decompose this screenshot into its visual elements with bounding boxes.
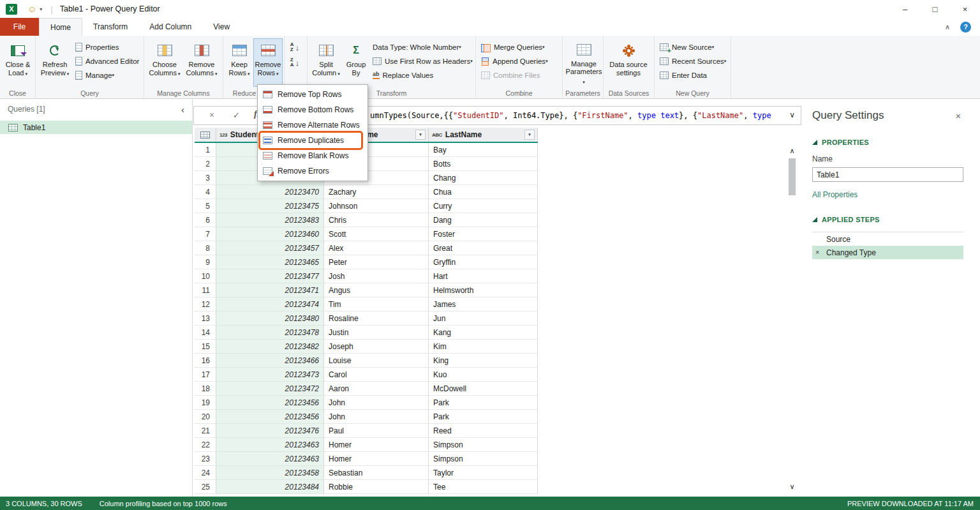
row-number[interactable]: 21 bbox=[195, 424, 216, 438]
help-button[interactable]: ? bbox=[960, 22, 971, 33]
row-number[interactable]: 13 bbox=[195, 311, 216, 326]
cell-lastname[interactable]: King bbox=[429, 354, 538, 368]
manage-parameters-button[interactable]: Manage Parameters bbox=[565, 38, 603, 87]
grid-corner-button[interactable] bbox=[195, 128, 216, 142]
column-profiling-status[interactable]: Column profiling based on top 1000 rows bbox=[100, 500, 227, 507]
cell-lastname[interactable]: Taylor bbox=[429, 466, 538, 480]
cell-studentid[interactable]: 20123482 bbox=[216, 340, 324, 354]
cancel-icon[interactable]: × bbox=[209, 110, 214, 119]
cell-studentid[interactable]: 20123457 bbox=[216, 241, 324, 255]
applied-step-changed-type[interactable]: Changed Type bbox=[812, 246, 963, 259]
cell-studentid[interactable]: 20123477 bbox=[216, 269, 324, 283]
cell-studentid[interactable]: 20123473 bbox=[216, 368, 324, 382]
tab-transform[interactable]: Transform bbox=[82, 18, 138, 36]
row-number[interactable]: 20 bbox=[195, 410, 216, 424]
split-column-button[interactable]: Split Column bbox=[309, 38, 343, 87]
filter-icon[interactable] bbox=[415, 130, 426, 140]
cell-studentid[interactable]: 20123463 bbox=[216, 452, 324, 466]
cell-studentid[interactable]: 20123470 bbox=[216, 185, 324, 199]
remove-rows-button[interactable]: Remove Rows bbox=[253, 38, 283, 87]
menu-item-remove-duplicates[interactable]: Remove Duplicates bbox=[258, 133, 368, 148]
cell-lastname[interactable]: Botts bbox=[429, 157, 538, 171]
group-by-button[interactable]: Group By bbox=[343, 38, 369, 87]
cell-firstname[interactable]: Homer bbox=[324, 452, 429, 466]
row-number[interactable]: 10 bbox=[195, 269, 216, 283]
append-queries-button[interactable]: Append Queries bbox=[478, 54, 551, 68]
row-number[interactable]: 7 bbox=[195, 227, 216, 241]
query-name-input[interactable] bbox=[812, 167, 963, 182]
cell-firstname[interactable]: Peter bbox=[324, 255, 429, 269]
row-number[interactable]: 23 bbox=[195, 452, 216, 466]
cell-lastname[interactable]: Curry bbox=[429, 199, 538, 213]
row-number[interactable]: 2 bbox=[195, 157, 216, 171]
manage-button[interactable]: Manage bbox=[72, 68, 142, 82]
cell-firstname[interactable]: Alex bbox=[324, 241, 429, 255]
cell-firstname[interactable]: Aaron bbox=[324, 382, 429, 396]
cell-firstname[interactable]: Homer bbox=[324, 438, 429, 452]
cell-studentid[interactable]: 20123474 bbox=[216, 297, 324, 311]
cell-studentid[interactable]: 20123480 bbox=[216, 311, 324, 326]
cell-lastname[interactable]: Simpson bbox=[429, 452, 538, 466]
cell-studentid[interactable]: 20123458 bbox=[216, 466, 324, 480]
confirm-icon[interactable]: ✓ bbox=[233, 111, 240, 119]
menu-item-remove-bottom-rows[interactable]: Remove Bottom Rows bbox=[258, 102, 368, 117]
cell-studentid[interactable]: 20123476 bbox=[216, 424, 324, 438]
cell-lastname[interactable]: Great bbox=[429, 241, 538, 255]
row-number[interactable]: 17 bbox=[195, 368, 216, 382]
cell-studentid[interactable]: 20123484 bbox=[216, 480, 324, 494]
cell-lastname[interactable]: Hart bbox=[429, 269, 538, 283]
row-number[interactable]: 25 bbox=[195, 480, 216, 494]
sort-ascending-button[interactable]: AZ bbox=[286, 40, 303, 54]
cell-firstname[interactable]: Justin bbox=[324, 326, 429, 340]
delete-step-icon[interactable] bbox=[815, 249, 826, 256]
new-source-button[interactable]: New Source bbox=[657, 40, 729, 54]
cell-lastname[interactable]: Kang bbox=[429, 326, 538, 340]
menu-item-remove-blank-rows[interactable]: Remove Blank Rows bbox=[258, 148, 368, 163]
cell-firstname[interactable]: John bbox=[324, 396, 429, 410]
row-number[interactable]: 4 bbox=[195, 185, 216, 199]
cell-studentid[interactable]: 20123475 bbox=[216, 199, 324, 213]
choose-columns-button[interactable]: Choose Columns bbox=[146, 38, 183, 87]
menu-item-remove-alternate-rows[interactable]: Remove Alternate Rows bbox=[258, 117, 368, 133]
applied-steps-section-header[interactable]: APPLIED STEPS bbox=[812, 216, 963, 223]
row-number[interactable]: 16 bbox=[195, 354, 216, 368]
cell-lastname[interactable]: Dang bbox=[429, 213, 538, 227]
cell-studentid[interactable]: 20123472 bbox=[216, 382, 324, 396]
maximize-button[interactable]: □ bbox=[920, 0, 950, 18]
cell-lastname[interactable]: McDowell bbox=[429, 382, 538, 396]
row-number[interactable]: 5 bbox=[195, 199, 216, 213]
collapse-ribbon-icon[interactable] bbox=[945, 23, 950, 31]
cell-lastname[interactable]: Helmsworth bbox=[429, 283, 538, 297]
close-and-load-button[interactable]: Close & Load bbox=[2, 38, 34, 87]
row-number[interactable]: 1 bbox=[195, 143, 216, 157]
cell-lastname[interactable]: Gryffin bbox=[429, 255, 538, 269]
cell-firstname[interactable]: Chris bbox=[324, 213, 429, 227]
row-number[interactable]: 11 bbox=[195, 283, 216, 297]
row-number[interactable]: 18 bbox=[195, 382, 216, 396]
cell-studentid[interactable]: 20123483 bbox=[216, 213, 324, 227]
cell-lastname[interactable]: Reed bbox=[429, 424, 538, 438]
replace-values-button[interactable]: Replace Values bbox=[369, 68, 476, 82]
scroll-down-button[interactable] bbox=[787, 481, 798, 491]
menu-item-remove-top-rows[interactable]: Remove Top Rows bbox=[258, 87, 368, 102]
collapse-pane-icon[interactable] bbox=[181, 105, 184, 114]
menu-item-remove-errors[interactable]: Remove Errors bbox=[258, 163, 368, 179]
cell-firstname[interactable]: Robbie bbox=[324, 480, 429, 494]
cell-firstname[interactable]: Zachary bbox=[324, 185, 429, 199]
row-number[interactable]: 8 bbox=[195, 241, 216, 255]
use-first-row-as-headers-button[interactable]: Use First Row as Headers bbox=[369, 54, 476, 68]
cell-lastname[interactable]: Kim bbox=[429, 340, 538, 354]
cell-firstname[interactable]: John bbox=[324, 410, 429, 424]
cell-studentid[interactable]: 20123466 bbox=[216, 354, 324, 368]
column-header-lastname[interactable]: ABC LastName bbox=[429, 128, 538, 142]
row-number[interactable]: 15 bbox=[195, 340, 216, 354]
data-type-button[interactable]: Data Type: Whole Number bbox=[369, 40, 476, 54]
close-icon[interactable]: × bbox=[956, 112, 961, 121]
formula-text[interactable]: umnTypes(Source,{{"StudentID", Int64.Typ… bbox=[370, 107, 771, 124]
cell-lastname[interactable]: Chang bbox=[429, 171, 538, 185]
cell-studentid[interactable]: 20123478 bbox=[216, 326, 324, 340]
cell-lastname[interactable]: Park bbox=[429, 410, 538, 424]
cell-firstname[interactable]: Paul bbox=[324, 424, 429, 438]
quick-access-caret-icon[interactable] bbox=[40, 6, 42, 12]
remove-columns-button[interactable]: Remove Columns bbox=[183, 38, 220, 87]
